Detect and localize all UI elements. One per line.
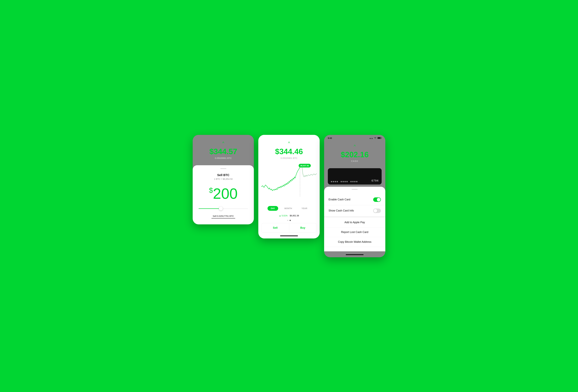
screen1-top: ^ $344.57 0.05026901 BTC [193, 135, 254, 164]
screen2-btc-chart: ^ $344.46 0.05026901 BTC $6,637.92 DAY M… [258, 135, 320, 239]
slider-thumb[interactable] [219, 207, 223, 210]
card-dot [354, 181, 356, 182]
btc-balance-2: $344.46 [263, 147, 315, 156]
price-change: ▲ 5.01% [279, 214, 288, 217]
card-dot [344, 181, 346, 182]
sell-sheet: Sell BTC 1 BTC = $6,854.50 $200 Sell 0.0… [193, 165, 254, 224]
dot-2 [289, 220, 291, 221]
add-to-apple-pay-label: Add to Apple Pay [344, 221, 365, 224]
cash-card-display: 6794 [328, 168, 382, 185]
stats-row: ▲ 5.01% $6,852.38 [258, 213, 320, 218]
buy-button[interactable]: Buy [289, 223, 317, 232]
show-cash-card-info-toggle[interactable] [373, 208, 381, 213]
home-indicator [346, 254, 364, 255]
wifi-icon [374, 137, 377, 140]
tab-day[interactable]: DAY [268, 206, 278, 211]
card-dot [346, 181, 348, 182]
battery-icon [378, 137, 382, 140]
amount-display: $200 [197, 186, 249, 201]
chevron-up-icon[interactable]: ^ [197, 141, 249, 146]
period-tabs: DAY MONTH YEAR [258, 204, 320, 213]
enable-cash-card-item[interactable]: Enable Cash Card [324, 194, 385, 205]
tab-year[interactable]: YEAR [298, 206, 310, 211]
enable-cash-card-label: Enable Cash Card [329, 198, 350, 201]
card-dot [350, 181, 352, 182]
sheet-handle [352, 189, 358, 190]
dollar-sign: $ [209, 187, 213, 194]
status-bar: 9:43 ▲▲ [324, 135, 385, 141]
enable-cash-card-toggle[interactable] [373, 197, 381, 202]
tab-month[interactable]: MONTH [281, 206, 295, 211]
slider-fill [199, 208, 221, 209]
add-to-apple-pay-item[interactable]: Add to Apple Pay [324, 218, 385, 227]
svg-rect-2 [381, 138, 382, 138]
card-dot [342, 181, 344, 182]
chart-area: $6,637.92 [258, 162, 320, 204]
chart-tooltip: $6,637.92 [299, 164, 311, 167]
dot-1 [287, 220, 289, 221]
sell-title: Sell BTC [197, 173, 249, 177]
screen1-sell-btc: ^ $344.57 0.05026901 BTC Sell BTC 1 BTC … [193, 135, 254, 224]
dot-group-1 [331, 181, 338, 182]
show-cash-card-info-label: Show Cash Card Info [329, 209, 354, 212]
sell-button[interactable]: Sell [261, 223, 289, 232]
btc-amount-2: 0.05026901 BTC [263, 157, 315, 159]
screen2-top: ^ $344.46 0.05026901 BTC [258, 135, 320, 162]
sell-amount: 200 [213, 185, 238, 202]
card-dot [340, 181, 342, 182]
card-dot [331, 181, 332, 182]
chevron-up-icon[interactable]: ^ [329, 144, 381, 149]
screen3-cash-card: 9:43 ▲▲ [324, 135, 385, 257]
chevron-up-icon[interactable]: ^ [263, 141, 315, 146]
card-dot [337, 181, 338, 182]
show-cash-card-info-item[interactable]: Show Cash Card Info [324, 205, 385, 216]
toggle-thumb [377, 198, 381, 201]
screen3-top: ^ $202.16 CASH [324, 141, 385, 165]
home-indicator [280, 236, 298, 236]
sheet-handle [220, 168, 226, 169]
status-time: 9:43 [328, 137, 332, 139]
sell-rate: 1 BTC = $6,854.50 [197, 178, 249, 180]
action-buttons: Sell Buy [261, 223, 317, 233]
cash-balance: $202.16 [329, 150, 381, 159]
dot-group-2 [340, 181, 348, 182]
current-price: $6,852.38 [290, 214, 299, 217]
menu-divider [324, 216, 385, 218]
svg-rect-3 [378, 137, 380, 139]
signal-icon: ▲▲ [369, 137, 373, 139]
card-number-dots [331, 181, 357, 182]
report-lost-cash-card-label: Report Lost Cash Card [341, 231, 368, 234]
report-lost-cash-card-item[interactable]: Report Lost Cash Card [324, 227, 385, 237]
btc-balance: $344.57 [197, 147, 249, 156]
screens-container: ^ $344.57 0.05026901 BTC Sell BTC 1 BTC … [193, 135, 385, 257]
sell-amount-underline [211, 218, 235, 218]
cash-card-menu: Enable Cash Card Show Cash Card Info Add… [324, 187, 385, 251]
card-dot [333, 181, 334, 182]
cash-label: CASH [329, 160, 381, 162]
page-dots [258, 218, 320, 223]
dot-group-3 [350, 181, 357, 182]
slider-track [199, 208, 248, 209]
copy-bitcoin-wallet-address-item[interactable]: Copy Bitcoin Wallet Address [324, 237, 385, 247]
bitcoin-chart [261, 164, 317, 196]
toggle-thumb [374, 209, 377, 212]
card-dot [335, 181, 336, 182]
status-icons: ▲▲ [369, 137, 382, 140]
card-last-digits: 6794 [372, 179, 379, 182]
card-dot [356, 181, 357, 182]
copy-bitcoin-wallet-address-label: Copy Bitcoin Wallet Address [338, 240, 371, 243]
sell-btc-amount: Sell 0.02917791 BTC [197, 215, 249, 217]
amount-slider[interactable] [197, 208, 249, 209]
btc-amount: 0.05026901 BTC [197, 157, 249, 159]
card-dot [352, 181, 354, 182]
